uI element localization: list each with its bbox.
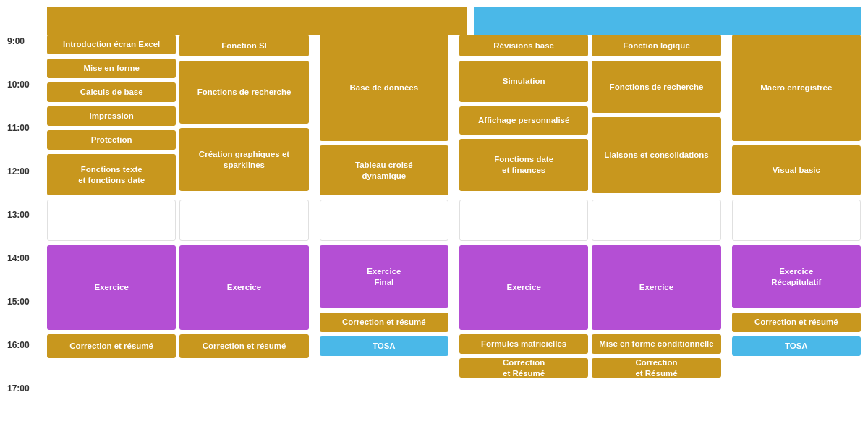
schedule-block: Impression [47, 106, 176, 126]
day-column-col1: Introduction écran ExcelMise en formeCal… [47, 35, 176, 382]
col-divider [452, 35, 456, 425]
schedule-block: Formules matricielles [459, 334, 588, 354]
header-gap [467, 7, 474, 35]
schedule-block: Mise en forme [47, 59, 176, 78]
schedule-block: Tableau croisédynamique [320, 145, 448, 195]
time-label-1000: 10:00 [7, 78, 47, 122]
time-label-1200: 12:00 [7, 165, 47, 208]
schedule-block: Création graphiques etsparklines [179, 128, 308, 191]
schedule-block: Macro enregistrée [732, 35, 861, 141]
schedule-block: Fonction logique [592, 35, 720, 56]
schedule-block: Révisions base [459, 35, 588, 56]
schedule-block: Fonctions dateet finances [459, 139, 588, 191]
schedule-block: Exercice [47, 245, 176, 330]
schedule-container: 9:0010:0011:0012:0013:0014:0015:0016:001… [0, 0, 868, 429]
schedule-block: Fonctions texteet fonctions date [47, 154, 176, 195]
schedule-block: TOSA [732, 336, 861, 356]
schedule-block [459, 200, 588, 241]
schedule-block: Introduction écran Excel [47, 35, 176, 54]
time-label-1600: 16:00 [7, 339, 47, 382]
time-label-1300: 13:00 [7, 208, 47, 252]
schedule-block: TOSA [320, 336, 448, 356]
schedule-block: Exercice [179, 245, 308, 330]
schedule-block: Correction et résumé [47, 334, 176, 358]
schedule-block [179, 200, 308, 241]
day-column-col4: Révisions baseSimulationAffichage person… [459, 35, 588, 382]
schedule-block: Correction et résumé [179, 334, 308, 358]
time-label-900: 9:00 [7, 35, 47, 78]
schedule-block: Fonctions de recherche [179, 61, 308, 124]
time-label-1400: 14:00 [7, 252, 47, 295]
schedule-block: Protection [47, 130, 176, 150]
day-column-col6: Macro enregistréeVisual basicExerciceRéc… [732, 35, 861, 382]
schedule-block: Base de données [320, 35, 448, 141]
time-column: 9:0010:0011:0012:0013:0014:0015:0016:001… [7, 35, 47, 425]
schedule-block: Liaisons et consolidations [592, 117, 720, 193]
time-label-1500: 15:00 [7, 295, 47, 339]
schedule-block: Fonction SI [179, 35, 308, 56]
schedule-block: Affichage personnalisé [459, 106, 588, 135]
schedule-block [732, 200, 861, 241]
content-columns: Introduction écran ExcelMise en formeCal… [47, 35, 861, 425]
day-column-col2: Fonction SIFonctions de rechercheCréatio… [179, 35, 308, 382]
schedule-block: Exercice [459, 245, 588, 330]
col-divider [725, 35, 728, 425]
schedule-block: Correction et résumé [732, 313, 861, 332]
schedule-block: Correctionet Résumé [459, 358, 588, 378]
schedule-block: Correctionet Résumé [592, 358, 720, 378]
day-column-col5: Fonction logiqueFonctions de rechercheLi… [592, 35, 720, 382]
grid-body: 9:0010:0011:0012:0013:0014:0015:0016:001… [7, 35, 861, 425]
time-label-1100: 11:00 [7, 122, 47, 165]
header-row [47, 7, 861, 35]
schedule-block [320, 200, 448, 241]
schedule-block: ExerciceFinal [320, 245, 448, 308]
schedule-block: Correction et résumé [320, 313, 448, 332]
schedule-block: Mise en forme conditionnelle [592, 334, 720, 354]
schedule-block: Fonctions de recherche [592, 61, 720, 113]
schedule-block: Calculs de base [47, 82, 176, 102]
schedule-block: Simulation [459, 61, 588, 102]
header-initier [47, 7, 467, 35]
schedule-block: Exercice [592, 245, 720, 330]
schedule-block [592, 200, 720, 241]
schedule-block: ExerciceRécapitulatif [732, 245, 861, 308]
header-expert [474, 7, 861, 35]
schedule-block [47, 200, 176, 241]
col-divider [312, 35, 316, 425]
day-column-col3: Base de donnéesTableau croisédynamiqueEx… [320, 35, 448, 382]
time-label-1700: 17:00 [7, 382, 47, 425]
schedule-block: Visual basic [732, 145, 861, 195]
